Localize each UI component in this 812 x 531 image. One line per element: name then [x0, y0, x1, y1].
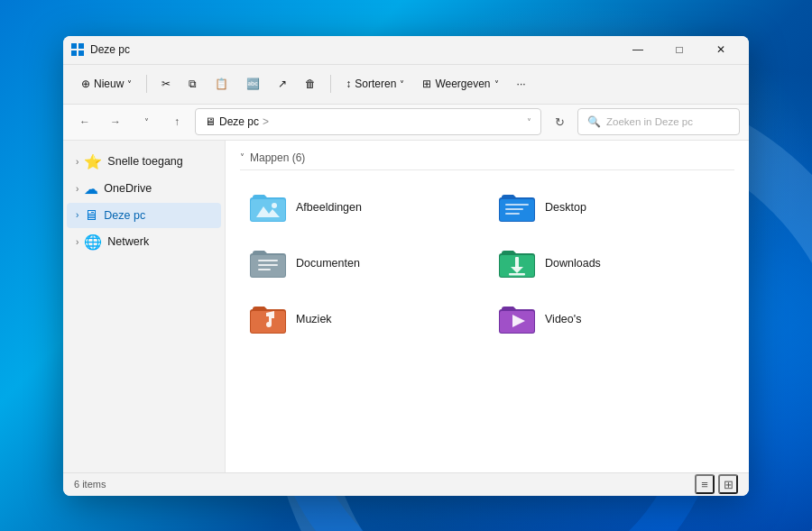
folder-desktop[interactable]: Desktop	[489, 181, 734, 233]
folder-icon-afbeeldingen	[249, 188, 287, 226]
address-path[interactable]: 🖥 Deze pc > ˅	[195, 108, 541, 135]
folder-icon-documenten	[249, 244, 287, 282]
path-computer-icon: 🖥	[205, 115, 216, 128]
sidebar-label: Snelle toegang	[107, 155, 182, 168]
rename-button[interactable]: 🔤	[239, 69, 267, 98]
grid-view-button[interactable]: ⊞	[718, 474, 738, 494]
folder-muziek[interactable]: Muziek	[240, 293, 485, 345]
forward-button[interactable]: →	[103, 109, 128, 134]
search-box[interactable]: 🔍 Zoeken in Deze pc	[577, 108, 740, 135]
folder-name-afbeeldingen: Afbeeldingen	[296, 201, 362, 214]
folder-downloads[interactable]: Downloads	[489, 237, 734, 289]
sidebar-label: Netwerk	[107, 235, 149, 248]
share-button[interactable]: ↗	[271, 69, 294, 98]
main-content: › ⭐ Snelle toegang › ☁ OneDrive › 🖥 Deze…	[63, 141, 749, 472]
sidebar-item-deze-pc[interactable]: › 🖥 Deze pc	[67, 203, 221, 228]
sidebar-item-netwerk[interactable]: › 🌐 Netwerk	[67, 229, 221, 255]
folder-name-videos: Video's	[545, 313, 581, 325]
svg-rect-15	[509, 273, 525, 276]
sidebar-item-snelle-toegang[interactable]: › ⭐ Snelle toegang	[67, 149, 221, 175]
status-right: ≡ ⊞	[695, 474, 738, 494]
folders-grid: Afbeeldingen Desktop	[240, 181, 734, 345]
folder-videos[interactable]: Video's	[489, 293, 734, 345]
svg-rect-2	[71, 50, 77, 56]
sort-icon: ↕	[346, 78, 351, 90]
delete-icon: 🗑	[305, 78, 316, 90]
folder-name-downloads: Downloads	[545, 257, 601, 270]
toolbar: ⊕ Nieuw ˅ ✂ ⧉ 📋 🔤 ↗ 🗑 ↕ Sorteren ˅	[63, 65, 749, 105]
folder-name-muziek: Muziek	[296, 313, 332, 325]
star-icon: ⭐	[84, 153, 102, 170]
paste-button[interactable]: 📋	[208, 69, 235, 98]
folder-documenten[interactable]: Documenten	[240, 237, 485, 289]
search-placeholder: Zoeken in Deze pc	[606, 116, 693, 127]
sort-button[interactable]: ↕ Sorteren ˅	[338, 69, 411, 98]
maximize-button[interactable]: □	[659, 36, 700, 65]
svg-rect-11	[258, 269, 271, 270]
view-button[interactable]: ⊞ Weergeven ˅	[415, 69, 505, 98]
history-dropdown-button[interactable]: ˅	[134, 109, 159, 134]
share-icon: ↗	[278, 78, 287, 90]
svg-rect-10	[258, 264, 278, 266]
more-button[interactable]: ···	[510, 69, 533, 98]
path-dropdown[interactable]: ˅	[527, 117, 531, 127]
up-button[interactable]: ↑	[164, 109, 189, 134]
svg-rect-13	[515, 257, 519, 268]
paste-icon: 📋	[215, 78, 228, 90]
folder-name-documenten: Documenten	[296, 257, 360, 270]
view-icon: ⊞	[422, 78, 431, 90]
chevron-icon: ›	[76, 237, 78, 247]
folder-icon-videos	[498, 300, 536, 338]
section-header: ˅ Mappen (6)	[240, 151, 734, 170]
folder-afbeeldingen[interactable]: Afbeeldingen	[240, 181, 485, 233]
search-icon: 🔍	[587, 115, 601, 128]
svg-rect-6	[505, 204, 529, 206]
rename-icon: 🔤	[246, 78, 260, 90]
computer-icon: 🖥	[84, 207, 98, 224]
svg-point-5	[272, 203, 277, 208]
cloud-icon: ☁	[84, 180, 98, 197]
sidebar-label: Deze pc	[104, 209, 145, 222]
sidebar: › ⭐ Snelle toegang › ☁ OneDrive › 🖥 Deze…	[63, 141, 226, 472]
sidebar-item-onedrive[interactable]: › ☁ OneDrive	[67, 176, 221, 202]
copy-button[interactable]: ⧉	[181, 69, 204, 98]
close-button[interactable]: ✕	[700, 36, 742, 65]
folder-icon-downloads	[498, 244, 536, 282]
file-area: ˅ Mappen (6) Afbeeldingen	[226, 141, 749, 472]
cut-button[interactable]: ✂	[154, 69, 178, 98]
sort-dropdown-icon: ˅	[400, 79, 404, 89]
copy-icon: ⧉	[189, 78, 197, 90]
cut-icon: ✂	[161, 78, 171, 90]
list-view-button[interactable]: ≡	[695, 474, 715, 494]
path-separator: >	[263, 115, 269, 128]
folder-icon-muziek	[249, 300, 287, 338]
status-bar: 6 items ≡ ⊞	[63, 472, 749, 496]
window-icon	[70, 42, 85, 57]
view-dropdown-icon: ˅	[494, 79, 499, 89]
refresh-button[interactable]: ↻	[547, 109, 572, 134]
folder-name-desktop: Desktop	[545, 201, 586, 214]
toolbar-separator-2	[330, 75, 331, 93]
network-icon: 🌐	[84, 233, 102, 251]
collapse-icon[interactable]: ˅	[240, 152, 245, 162]
address-bar: ← → ˅ ↑ 🖥 Deze pc > ˅ ↻ 🔍 Zoeken in Deze…	[63, 105, 749, 141]
path-root: Deze pc	[219, 115, 259, 128]
section-label: Mappen (6)	[250, 151, 305, 164]
chevron-icon: ›	[76, 157, 78, 167]
svg-rect-0	[71, 43, 77, 49]
new-dropdown-icon: ˅	[127, 79, 132, 89]
new-button[interactable]: ⊕ Nieuw ˅	[74, 69, 139, 98]
delete-button[interactable]: 🗑	[298, 69, 323, 98]
title-bar: Deze pc — □ ✕	[63, 36, 749, 65]
new-icon: ⊕	[81, 78, 90, 90]
window-controls: — □ ✕	[617, 36, 742, 65]
chevron-icon: ›	[76, 184, 78, 194]
explorer-window: Deze pc — □ ✕ ⊕ Nieuw ˅ ✂ ⧉ 📋 🔤 ↗ 🗑	[63, 36, 749, 496]
toolbar-separator-1	[146, 75, 147, 93]
window-title: Deze pc	[90, 43, 617, 56]
svg-rect-9	[258, 260, 278, 261]
item-count: 6 items	[74, 479, 106, 490]
chevron-icon: ›	[76, 210, 78, 220]
minimize-button[interactable]: —	[617, 36, 659, 65]
back-button[interactable]: ←	[72, 109, 97, 134]
